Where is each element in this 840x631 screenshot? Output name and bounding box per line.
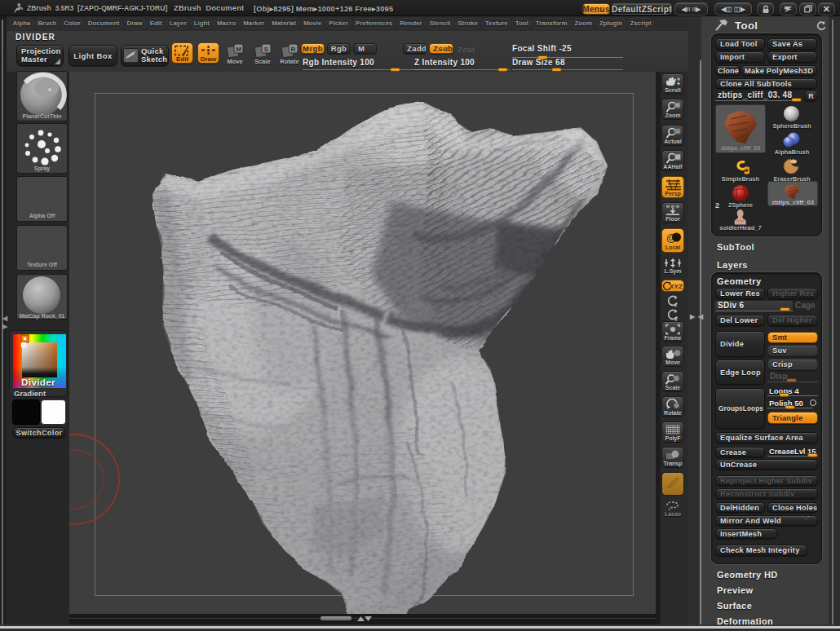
- svg-text:M: M: [236, 46, 241, 53]
- svg-text:R: R: [291, 46, 296, 53]
- svg-text:y: y: [674, 316, 678, 321]
- svg-text:S: S: [264, 46, 269, 53]
- svg-text:z: z: [674, 302, 678, 307]
